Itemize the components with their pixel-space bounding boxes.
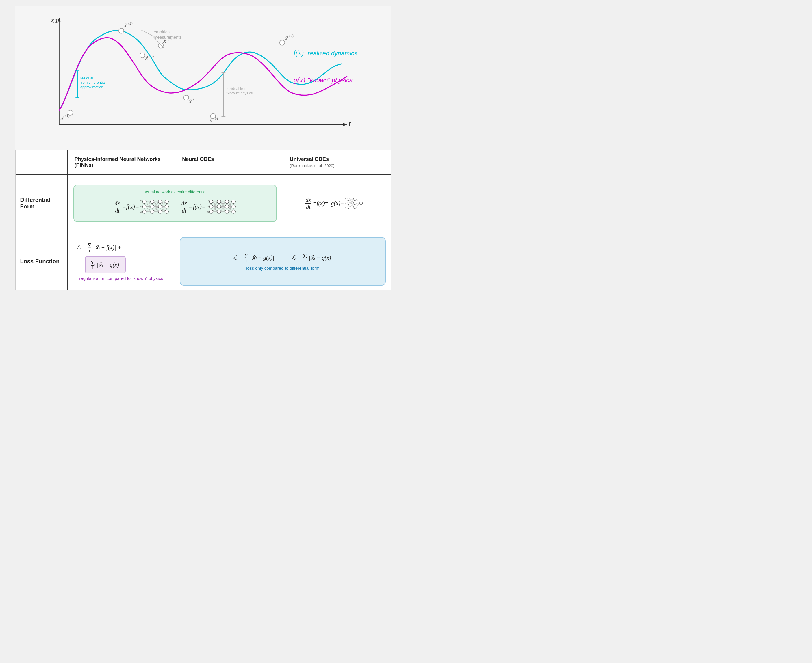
svg-point-99 (225, 210, 229, 213)
pinns-regularization-label: regularization compared to "known" physi… (76, 276, 167, 281)
svg-point-136 (347, 198, 350, 201)
svg-point-93 (209, 210, 213, 213)
svg-text:x₃: x₃ (345, 206, 347, 208)
svg-point-54 (158, 210, 162, 213)
svg-text:f(x): f(x) (293, 49, 303, 57)
col-header-universal-odes: Universal ODEs (Rackauckus et al. 2020) (283, 150, 391, 174)
green-nn-label: neural network as entire differential (144, 190, 207, 194)
svg-text:ẋ₁: ẋ₁ (235, 199, 236, 202)
svg-point-49 (150, 200, 154, 204)
differential-form-row: Differential Form neural network as enti… (16, 175, 391, 233)
svg-text:x̂: x̂ (144, 55, 148, 61)
svg-point-140 (353, 202, 356, 205)
svg-text:x₃: x₃ (207, 210, 209, 213)
svg-point-142 (360, 202, 362, 205)
svg-line-152 (356, 199, 360, 203)
svg-text:"known" physics: "known" physics (308, 77, 352, 84)
svg-point-9 (118, 28, 124, 34)
svg-text:residual: residual (80, 76, 93, 80)
svg-text:x₂: x₂ (345, 202, 347, 204)
svg-point-97 (225, 200, 229, 204)
svg-point-52 (158, 200, 162, 204)
svg-point-139 (353, 198, 356, 201)
chart-area: x₁ t x̂ (1) x̂ (2) x̂ (3) (32, 15, 374, 139)
svg-point-92 (209, 205, 213, 209)
svg-text:x̂: x̂ (123, 23, 127, 29)
svg-line-27 (141, 30, 152, 36)
neural-odes-loss-formula: ℒ = Σi |x̂ᵢ − g(x)| (233, 252, 274, 263)
universal-odes-nn-diagram: x₁ x₂ x₃ (345, 193, 368, 213)
main-container: x₁ t x̂ (1) x̂ (2) x̂ (3) (15, 6, 391, 291)
svg-text:x₂: x₂ (207, 205, 209, 208)
svg-text:t: t (348, 119, 351, 128)
svg-text:x₁: x₁ (207, 199, 209, 202)
svg-text:empirical: empirical (154, 30, 170, 34)
pinns-regularization-formula: Σi |x̂ᵢ − g(x)| (85, 256, 126, 273)
svg-text:ẋ₂: ẋ₂ (235, 205, 236, 208)
pinns-diff-formula: dx dt =f(x)= (114, 197, 169, 217)
svg-text:ẋ₃: ẋ₃ (235, 210, 236, 213)
svg-point-95 (217, 205, 221, 209)
pinns-loss-formula: ℒ = Σi |x̂ᵢ − f(x)| + (76, 242, 122, 253)
svg-point-12 (140, 53, 145, 58)
svg-text:x₁: x₁ (50, 15, 58, 24)
svg-point-48 (143, 210, 146, 213)
svg-point-24 (279, 40, 285, 45)
svg-point-91 (209, 200, 213, 204)
svg-point-51 (150, 210, 154, 213)
svg-text:(2): (2) (128, 21, 133, 26)
svg-text:x₁: x₁ (141, 199, 142, 202)
svg-point-46 (143, 200, 146, 204)
svg-point-57 (165, 210, 169, 213)
row-header-diff-form: Differential Form (16, 175, 68, 232)
svg-point-137 (347, 202, 350, 205)
svg-point-18 (183, 95, 189, 100)
pinns-loss-cell: ℒ = Σi |x̂ᵢ − f(x)| + Σi |x̂ᵢ − g(x)| re… (68, 233, 175, 290)
svg-text:x̂: x̂ (188, 99, 192, 105)
table-header: Physics-Informed Neural Networks (PINNs)… (16, 150, 391, 175)
row-header-loss: Loss Function (16, 233, 68, 290)
neural-odes-nn-diagram: x₁ x₂ x₃ ẋ₁ ẋ₂ ẋ₃ (207, 197, 236, 217)
svg-point-55 (165, 200, 169, 204)
svg-text:realized dynamics: realized dynamics (308, 50, 357, 57)
svg-point-15 (158, 43, 163, 48)
svg-text:(5): (5) (193, 97, 198, 101)
universal-odes-loss-formula: ℒ = Σi |x̂ᵢ − g(x)| (292, 252, 332, 263)
col-header-neural-odes: Neural ODEs (175, 150, 283, 174)
svg-text:x₃: x₃ (141, 210, 142, 213)
svg-text:(7): (7) (289, 34, 293, 38)
svg-text:residual from: residual from (226, 87, 247, 91)
svg-point-47 (143, 205, 146, 209)
svg-text:ẋ₃: ẋ₃ (169, 210, 169, 213)
svg-point-102 (232, 210, 235, 213)
svg-text:(6): (6) (214, 116, 218, 120)
svg-point-100 (232, 200, 235, 204)
svg-text:ẋ₁: ẋ₁ (169, 199, 169, 202)
svg-line-154 (356, 203, 360, 207)
svg-point-56 (165, 205, 169, 209)
svg-text:g(x): g(x) (293, 76, 305, 84)
svg-text:from differential: from differential (80, 81, 105, 85)
svg-text:x̂: x̂ (60, 115, 64, 121)
svg-text:"known" physics: "known" physics (226, 91, 253, 95)
svg-text:approximation: approximation (80, 85, 103, 89)
col-header-pinns: Physics-Informed Neural Networks (PINNs) (68, 150, 175, 174)
svg-point-96 (217, 210, 221, 213)
svg-text:(1): (1) (65, 113, 70, 118)
svg-text:x₂: x₂ (141, 205, 142, 208)
neural-universal-loss-cells: ℒ = Σi |x̂ᵢ − g(x)| ℒ = Σi |x̂ᵢ − g(x)| … (175, 233, 391, 290)
blue-loss-label: loss only compared to differential form (246, 266, 319, 270)
svg-text:x₁: x₁ (345, 197, 347, 199)
svg-point-94 (217, 200, 221, 204)
svg-text:x̂: x̂ (284, 35, 288, 41)
svg-point-101 (232, 205, 235, 209)
svg-marker-3 (343, 123, 347, 126)
svg-point-53 (158, 205, 162, 209)
chart-svg: x₁ t x̂ (1) x̂ (2) x̂ (3) (32, 15, 374, 139)
svg-point-98 (225, 205, 229, 209)
comparison-table: Physics-Informed Neural Networks (PINNs)… (15, 150, 391, 291)
svg-marker-1 (57, 17, 60, 22)
pinns-nn-diagram: x₁ x₂ x₃ ẋ₁ ẋ₂ ẋ₃ (141, 197, 169, 217)
svg-point-138 (347, 205, 350, 209)
svg-text:ẋ₂: ẋ₂ (169, 205, 169, 208)
